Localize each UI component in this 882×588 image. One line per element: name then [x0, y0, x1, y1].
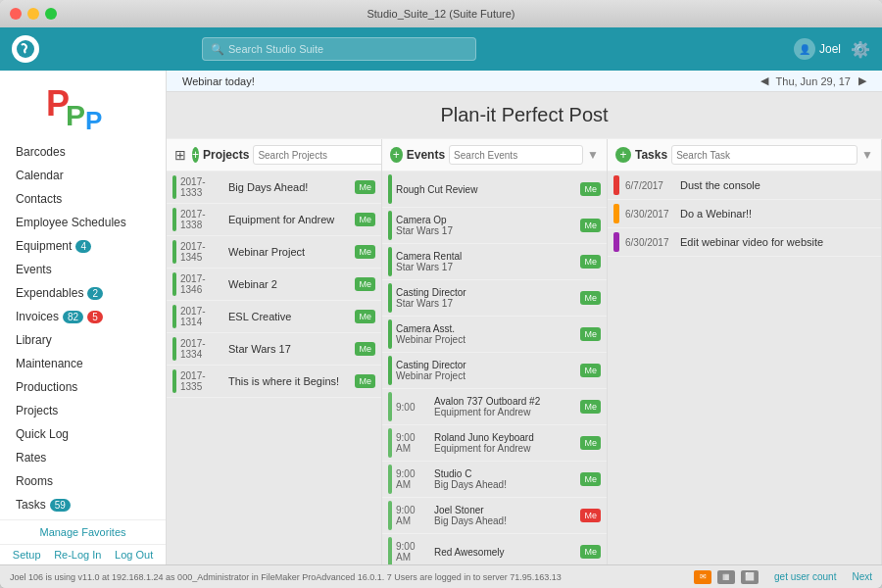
maximize-button[interactable]	[45, 8, 57, 20]
me-button[interactable]: Me	[580, 400, 601, 414]
me-button[interactable]: Me	[355, 277, 375, 291]
sidebar-item-library[interactable]: Library	[0, 328, 166, 352]
sidebar: P P P Barcodes Calendar Contacts Employe…	[0, 71, 167, 564]
table-row: 6/7/2017 Dust the console	[608, 172, 881, 200]
me-button[interactable]: Me	[580, 436, 601, 450]
tasks-search[interactable]	[671, 145, 858, 165]
prev-arrow[interactable]: ◀	[760, 74, 768, 87]
sidebar-item-equipment[interactable]: Equipment 4	[0, 234, 166, 258]
event-info: Studio C Big Days Ahead!	[434, 468, 576, 490]
sidebar-nav: Barcodes Calendar Contacts Employee Sche…	[0, 140, 166, 519]
add-project-button[interactable]: +	[192, 147, 199, 163]
color-bar	[172, 305, 176, 328]
me-button[interactable]: Me	[580, 472, 601, 486]
sidebar-item-expendables[interactable]: Expendables 2	[0, 281, 166, 305]
sidebar-item-rooms[interactable]: Rooms	[0, 469, 166, 493]
list-item: Camera Asst. Webinar Project Me	[382, 317, 607, 353]
table-row: 2017-1335 This is where it Begins! Me	[167, 366, 381, 398]
event-sub: Webinar Project	[396, 334, 576, 345]
me-button[interactable]: Me	[580, 364, 601, 377]
sidebar-item-projects[interactable]: Projects	[0, 399, 166, 422]
event-color-bar	[388, 428, 392, 458]
list-item: Camera Op Star Wars 17 Me	[382, 208, 607, 244]
me-button[interactable]: Me	[355, 180, 375, 194]
event-sub: Star Wars 17	[396, 298, 576, 309]
me-button[interactable]: Me	[355, 245, 375, 259]
project-name: Webinar 2	[228, 278, 351, 290]
projects-search[interactable]	[253, 145, 382, 165]
me-button[interactable]: Me	[580, 291, 601, 305]
me-button[interactable]: Me	[355, 374, 375, 388]
event-time: 9:00 AM	[396, 432, 430, 454]
minimize-button[interactable]	[27, 8, 39, 20]
event-color-bar	[388, 465, 392, 494]
sidebar-item-rates[interactable]: Rates	[0, 446, 166, 469]
sidebar-item-barcodes[interactable]: Barcodes	[0, 140, 166, 164]
sidebar-item-employee-schedules[interactable]: Employee Schedules	[0, 211, 166, 234]
event-name: Roland Juno Keyboard	[434, 432, 576, 443]
sidebar-item-maintenance[interactable]: Maintenance	[0, 352, 166, 375]
project-name: This is where it Begins!	[228, 375, 351, 387]
sidebar-item-contacts[interactable]: Contacts	[0, 187, 166, 211]
me-button[interactable]: Me	[580, 545, 601, 559]
me-button[interactable]: Me	[580, 182, 601, 196]
projects-list: 2017-1333 Big Days Ahead! Me 2017-1338 E…	[167, 172, 381, 564]
event-color-bar	[388, 392, 392, 421]
logout-link[interactable]: Log Out	[115, 549, 153, 561]
me-button[interactable]: Me	[355, 342, 375, 356]
logo-icon	[16, 39, 35, 59]
events-filter-icon[interactable]: ▼	[587, 148, 599, 162]
event-name: Rough Cut Review	[396, 184, 576, 195]
add-task-button[interactable]: +	[615, 147, 631, 163]
events-search[interactable]	[449, 145, 583, 165]
search-input[interactable]	[228, 43, 467, 55]
me-button[interactable]: Me	[355, 310, 375, 323]
project-id: 2017-1333	[180, 176, 224, 198]
svg-text:P: P	[85, 106, 102, 132]
status-bar: Joel 106 is using v11.0 at 192.168.1.24 …	[0, 564, 882, 588]
sidebar-item-productions[interactable]: Productions	[0, 375, 166, 399]
sidebar-item-tasks[interactable]: Tasks 59	[0, 493, 166, 516]
task-color-block	[613, 204, 619, 223]
get-user-count[interactable]: get user count	[774, 571, 836, 582]
tasks-title: Tasks	[635, 148, 667, 162]
next-arrow[interactable]: ▶	[858, 74, 866, 87]
manage-favorites-link[interactable]: Manage Favorites	[39, 526, 125, 538]
event-time: 9:00 AM	[396, 541, 430, 563]
sidebar-item-quicklog[interactable]: Quick Log	[0, 422, 166, 446]
me-button[interactable]: Me	[580, 327, 601, 341]
event-name: Red Awesomely	[434, 547, 576, 558]
events-header: + Events ▼	[382, 139, 607, 172]
three-column-layout: ⊞ + Projects ▼ 2017-1333 Big Days Ahead!…	[167, 139, 882, 564]
event-name: Studio C	[434, 468, 576, 479]
notification-text: Webinar today!	[182, 75, 255, 87]
relog-link[interactable]: Re-Log In	[54, 549, 101, 561]
close-button[interactable]	[10, 8, 22, 20]
setup-link[interactable]: Setup	[13, 549, 41, 561]
add-event-button[interactable]: +	[390, 147, 403, 163]
window-icon: ⬜	[741, 570, 759, 584]
search-bar[interactable]: 🔍	[202, 37, 476, 61]
event-name: Joel Stoner	[434, 505, 576, 515]
event-name: Camera Op	[396, 215, 576, 225]
tasks-header: + Tasks ▼	[608, 139, 881, 172]
tasks-filter-icon[interactable]: ▼	[861, 148, 873, 162]
table-row: 2017-1333 Big Days Ahead! Me	[167, 172, 381, 204]
next-button[interactable]: Next	[852, 571, 872, 582]
event-color-bar	[388, 211, 392, 240]
gear-icon[interactable]: ⚙️	[851, 40, 870, 59]
event-name: Casting Director	[396, 360, 576, 370]
me-button[interactable]: Me	[355, 213, 375, 226]
sidebar-item-invoices[interactable]: Invoices 82 5	[0, 305, 166, 328]
event-info: Red Awesomely	[434, 547, 576, 558]
event-color-bar	[388, 537, 392, 564]
projects-header: ⊞ + Projects ▼	[167, 139, 381, 172]
color-bar	[172, 337, 176, 361]
me-button[interactable]: Me	[580, 509, 601, 522]
sidebar-item-events[interactable]: Events	[0, 258, 166, 281]
event-info: Avalon 737 Outboard #2 Equipment for And…	[434, 396, 576, 417]
toolbar-right: 👤 Joel ⚙️	[794, 38, 870, 60]
me-button[interactable]: Me	[580, 219, 601, 232]
me-button[interactable]: Me	[580, 255, 601, 269]
sidebar-item-calendar[interactable]: Calendar	[0, 164, 166, 187]
